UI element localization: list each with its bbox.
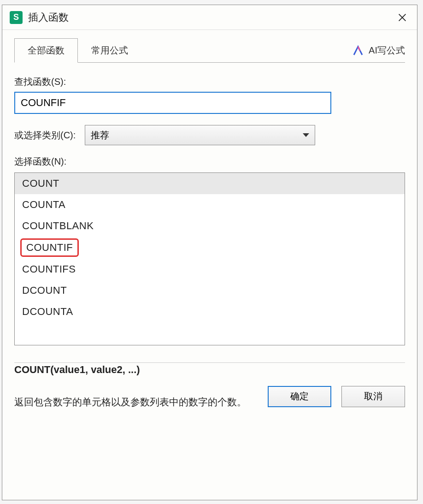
tab-all-functions[interactable]: 全部函数 [14, 38, 78, 63]
function-item-countif[interactable]: COUNTIF [20, 238, 79, 257]
dialog-title: 插入函数 [28, 11, 395, 24]
function-listbox[interactable]: COUNT COUNTA COUNTBLANK COUNTIF COUNTIFS… [14, 172, 405, 345]
search-field-group: 查找函数(S): [14, 76, 405, 114]
ai-icon [352, 45, 364, 57]
search-label: 查找函数(S): [14, 76, 405, 88]
category-select[interactable]: 推荐 [85, 125, 315, 145]
function-item-count[interactable]: COUNT [15, 173, 405, 194]
function-item-counta[interactable]: COUNTA [15, 194, 405, 215]
tab-common-formulas[interactable]: 常用公式 [78, 38, 141, 63]
close-icon [397, 12, 407, 23]
insert-function-dialog: S 插入函数 全部函数 常用公式 AI写公式 [2, 5, 417, 500]
category-row: 或选择类别(C): 推荐 [14, 125, 405, 145]
app-icon: S [10, 11, 23, 24]
function-list-label: 选择函数(N): [14, 155, 405, 168]
ai-formula-button[interactable]: AI写公式 [352, 44, 405, 57]
titlebar: S 插入函数 [2, 5, 417, 30]
function-item-countblank[interactable]: COUNTBLANK [15, 215, 405, 237]
syntax-text: COUNT(value1, value2, ...) [14, 364, 405, 376]
close-button[interactable] [395, 10, 410, 25]
function-item-dcounta[interactable]: DCOUNTA [15, 301, 405, 322]
category-label: 或选择类别(C): [14, 129, 76, 142]
function-item-dcount[interactable]: DCOUNT [15, 280, 405, 301]
chevron-down-icon [303, 133, 309, 137]
search-input[interactable] [14, 92, 331, 114]
divider [14, 362, 405, 363]
dialog-content: 全部函数 常用公式 AI写公式 查找函数(S): 或选择类别(C): 推荐 [2, 30, 417, 418]
function-item-countifs[interactable]: COUNTIFS [15, 259, 405, 280]
category-selected-value: 推荐 [91, 129, 109, 142]
button-row: 确定 取消 [268, 386, 405, 407]
tabs-row: 全部函数 常用公式 AI写公式 [14, 38, 405, 63]
ok-button[interactable]: 确定 [268, 386, 331, 407]
cancel-button[interactable]: 取消 [341, 386, 405, 407]
ai-formula-label: AI写公式 [369, 44, 405, 57]
function-list-group: 选择函数(N): COUNT COUNTA COUNTBLANK COUNTIF… [14, 155, 405, 345]
